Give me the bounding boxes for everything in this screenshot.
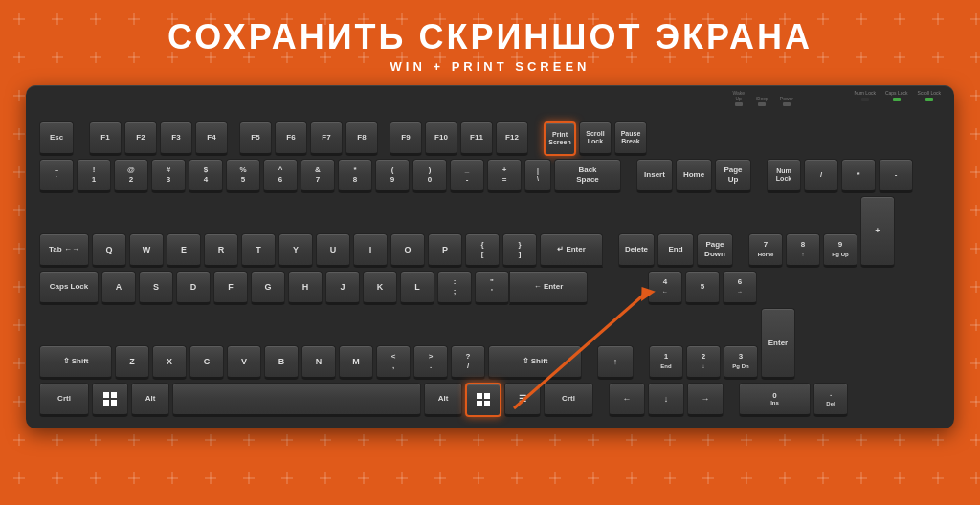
key-shift-right[interactable]: ⇧ Shift: [488, 345, 582, 380]
key-page-down[interactable]: PageDown: [697, 233, 733, 268]
key-menu[interactable]: ☰: [504, 383, 541, 417]
key-comma[interactable]: <,: [376, 345, 411, 380]
key-arrow-up[interactable]: ↑: [597, 345, 634, 380]
key-x[interactable]: X: [152, 345, 187, 380]
key-6[interactable]: ^6: [263, 159, 298, 193]
key-backslash-top[interactable]: |\: [524, 159, 551, 193]
key-e[interactable]: E: [167, 233, 201, 268]
key-delete[interactable]: Delete: [618, 233, 655, 268]
key-a[interactable]: A: [101, 271, 136, 305]
key-np-2[interactable]: 2↓: [686, 345, 721, 380]
key-g[interactable]: G: [251, 271, 285, 305]
key-shift-left[interactable]: ⇧ Shift: [39, 345, 112, 380]
key-np-3[interactable]: 3Pg Dn: [724, 345, 758, 380]
key-slash[interactable]: ?/: [451, 345, 485, 380]
key-quote[interactable]: "': [475, 271, 509, 305]
key-f10[interactable]: F10: [425, 121, 457, 156]
key-o[interactable]: O: [390, 233, 425, 268]
key-print-screen[interactable]: PrintScreen: [544, 121, 576, 156]
key-np-slash[interactable]: /: [804, 159, 838, 193]
key-7[interactable]: &7: [301, 159, 335, 193]
key-y[interactable]: Y: [278, 233, 313, 268]
key-j[interactable]: J: [325, 271, 360, 305]
key-9[interactable]: (9: [375, 159, 410, 193]
key-f[interactable]: F: [213, 271, 248, 305]
key-np-star[interactable]: *: [841, 159, 876, 193]
key-f5[interactable]: F5: [239, 121, 272, 156]
key-b[interactable]: B: [264, 345, 299, 380]
key-1[interactable]: !1: [77, 159, 111, 193]
key-space[interactable]: [172, 383, 421, 417]
key-3[interactable]: #3: [151, 159, 186, 193]
key-d[interactable]: D: [176, 271, 211, 305]
key-insert[interactable]: Insert: [636, 159, 673, 193]
key-enter-top[interactable]: ↵ Enter: [540, 233, 603, 268]
key-page-up[interactable]: PageUp: [715, 159, 751, 193]
key-f2[interactable]: F2: [124, 121, 157, 156]
key-w[interactable]: W: [129, 233, 164, 268]
key-k[interactable]: K: [363, 271, 397, 305]
key-q[interactable]: Q: [92, 233, 126, 268]
key-t[interactable]: T: [241, 233, 276, 268]
key-tab[interactable]: Tab ←→: [39, 233, 89, 268]
key-arrow-right[interactable]: →: [687, 383, 724, 417]
key-f4[interactable]: F4: [195, 121, 228, 156]
key-l[interactable]: L: [400, 271, 434, 305]
key-f3[interactable]: F3: [160, 121, 192, 156]
key-win-left[interactable]: [92, 383, 128, 417]
key-i[interactable]: I: [353, 233, 388, 268]
key-s[interactable]: S: [139, 271, 173, 305]
key-backtick[interactable]: ~`: [39, 159, 74, 193]
key-np-6[interactable]: 6→: [723, 271, 757, 305]
key-np-4[interactable]: 4←: [648, 271, 682, 305]
key-semicolon[interactable]: :;: [437, 271, 472, 305]
key-np-5[interactable]: 5: [685, 271, 720, 305]
key-c[interactable]: C: [189, 345, 224, 380]
key-r[interactable]: R: [204, 233, 238, 268]
key-ctrl-right[interactable]: Crtl: [544, 383, 593, 417]
key-numlock[interactable]: NumLock: [767, 159, 801, 193]
key-f11[interactable]: F11: [460, 121, 493, 156]
key-alt-right[interactable]: Alt: [424, 383, 462, 417]
key-np-1[interactable]: 1End: [649, 345, 683, 380]
key-8[interactable]: *8: [338, 159, 372, 193]
key-z[interactable]: Z: [115, 345, 149, 380]
key-m[interactable]: M: [339, 345, 373, 380]
key-arrow-down[interactable]: ↓: [648, 383, 684, 417]
key-caps-lock[interactable]: Caps Lock: [39, 271, 99, 305]
key-backspace[interactable]: BackSpace: [554, 159, 621, 193]
key-np-0[interactable]: 0Ins: [739, 383, 811, 417]
key-np-7[interactable]: 7Home: [748, 233, 783, 268]
key-f1[interactable]: F1: [89, 121, 122, 156]
key-u[interactable]: U: [316, 233, 350, 268]
key-np-dot[interactable]: .Del: [813, 383, 848, 417]
key-np-9[interactable]: 9Pg Up: [823, 233, 858, 268]
key-pause-break[interactable]: PauseBreak: [614, 121, 647, 156]
key-np-enter[interactable]: Enter: [761, 308, 795, 380]
key-bracket-l[interactable]: {[: [465, 233, 500, 268]
key-minus[interactable]: _-: [450, 159, 484, 193]
key-scroll-lock[interactable]: ScrollLock: [579, 121, 612, 156]
key-5[interactable]: %5: [226, 159, 260, 193]
key-np-8[interactable]: 8↑: [786, 233, 820, 268]
key-enter-extend[interactable]: ← Enter: [509, 271, 588, 305]
key-home[interactable]: Home: [676, 159, 712, 193]
key-end[interactable]: End: [657, 233, 694, 268]
key-arrow-left[interactable]: ←: [609, 383, 645, 417]
key-f8[interactable]: F8: [345, 121, 378, 156]
key-2[interactable]: @2: [114, 159, 148, 193]
key-esc[interactable]: Esc: [39, 121, 74, 156]
key-win-right[interactable]: [465, 383, 501, 417]
key-equals[interactable]: +=: [487, 159, 522, 193]
key-n[interactable]: N: [301, 345, 336, 380]
key-f12[interactable]: F12: [496, 121, 528, 156]
key-p[interactable]: P: [428, 233, 462, 268]
key-np-minus[interactable]: -: [879, 159, 913, 193]
key-alt-left[interactable]: Alt: [131, 383, 169, 417]
key-v[interactable]: V: [227, 345, 261, 380]
key-0[interactable]: )0: [412, 159, 447, 193]
key-f6[interactable]: F6: [275, 121, 307, 156]
key-f7[interactable]: F7: [310, 121, 343, 156]
key-np-plus[interactable]: +: [860, 196, 895, 268]
key-period[interactable]: >.: [413, 345, 448, 380]
